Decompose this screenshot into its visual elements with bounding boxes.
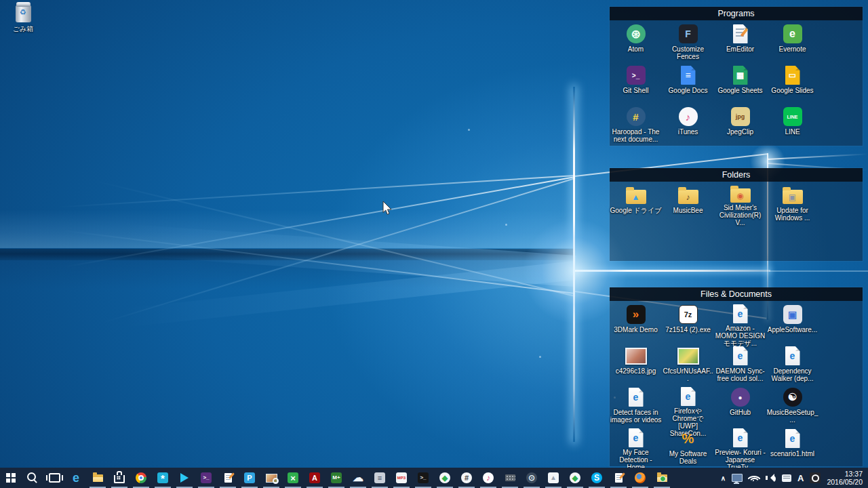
taskbar-button-photo-viewer[interactable]	[260, 468, 282, 488]
gray-text-tool-icon: ≡	[374, 472, 385, 483]
taskbar-button-mp3tag[interactable]: MP3	[391, 468, 412, 488]
taskbar-button-photos-app[interactable]: ▲	[542, 468, 564, 488]
arc	[768, 475, 776, 483]
fence-title-programs[interactable]: Programs	[610, 7, 863, 20]
fence-title-files-documents[interactable]: Files & Documents	[610, 287, 863, 301]
icon-label: 3DMark Demo	[610, 326, 662, 333]
taskbar-button-hash-app[interactable]: #	[456, 468, 477, 488]
my-face-detection-html-icon: e	[629, 428, 644, 447]
ime-mode-indicator[interactable]: A	[797, 473, 804, 483]
taskbar-button-pocket-app[interactable]: P	[239, 468, 260, 488]
taskbar-button-green-x-app[interactable]: ×	[282, 468, 304, 488]
taskbar-button-itunes[interactable]: ♪	[477, 468, 499, 488]
taskbar-button-emeditor[interactable]	[217, 468, 239, 488]
taskbar-button-chrome[interactable]	[130, 468, 152, 488]
taskbar-button-firefox[interactable]	[629, 468, 651, 488]
taskbar-button-m-plus-app[interactable]: M+	[326, 468, 347, 488]
desktop-icon-customize-fences[interactable]: FCustomize Fences	[662, 20, 714, 62]
desktop-icon-civilization-v-folder[interactable]: ◉Sid Meier's Civilization(R) V...	[714, 182, 766, 223]
desktop-icon-emeditor[interactable]: EmEditor	[714, 20, 766, 62]
taskbar-button-command-prompt[interactable]: >_	[412, 468, 434, 488]
dependency-walker-html-icon: e	[785, 346, 800, 366]
taskbar-button-photoscape[interactable]: *	[152, 468, 174, 488]
desktop-icon-atom[interactable]: ⊛Atom	[610, 20, 662, 62]
taskbar-button-start-button[interactable]	[0, 468, 22, 488]
sparkle	[505, 224, 507, 226]
taskbar-button-green-gem-app[interactable]: ◆	[434, 468, 456, 488]
k-sq: >_	[627, 66, 646, 85]
desktop-icon-google-drive-folder[interactable]: ▲Google ドライブ	[610, 182, 662, 223]
taskbar-button-adobe-reader[interactable]: A	[304, 468, 326, 488]
volume-icon[interactable]	[766, 474, 776, 482]
desktop-icon-c4296c18-jpg[interactable]: c4296c18.jpg	[610, 342, 662, 384]
desktop-icon-cfcsurnusaaf-image[interactable]: CfcsUrNUsAAF...	[662, 342, 714, 384]
eg: e	[790, 350, 795, 361]
desktop-icon-3dmark-demo[interactable]: »3DMark Demo	[610, 301, 662, 342]
desktop-icon-update-for-windows-folder[interactable]: ▣Update for Windows ...	[766, 182, 818, 223]
musicbee-setup-icon: ☯	[783, 387, 802, 407]
ime-icon[interactable]	[810, 472, 821, 483]
desktop-icon-scenario1-html[interactable]: escenario1.html	[766, 425, 818, 466]
desktop-icon-git-shell[interactable]: >_Git Shell	[610, 62, 662, 103]
desktop-icon-google-docs[interactable]: ≡Google Docs	[662, 62, 714, 103]
k-page	[733, 24, 748, 43]
taskbar-button-green-gem-app-2[interactable]: ◆	[564, 468, 586, 488]
desktop-icon-jpegclip[interactable]: jpgJpegClip	[714, 103, 766, 144]
clock-time: 13:37	[827, 470, 863, 478]
desktop-icon-daemon-sync-html[interactable]: eDAEMON Sync- free cloud sol...	[714, 342, 766, 384]
desktop-icon-google-sheets[interactable]: ▦Google Sheets	[714, 62, 766, 103]
desktop-icon-github[interactable]: ●GitHub	[714, 384, 766, 425]
taskbar-clock[interactable]: 13:37 2016/05/20	[827, 470, 863, 486]
taskbar-button-onedrive[interactable]: ☁	[347, 468, 369, 488]
hash-app-icon: #	[461, 472, 472, 483]
em: ◉	[736, 192, 743, 200]
desktop-icon-itunes[interactable]: ♪iTunes	[662, 103, 714, 144]
icon-label: Customize Fences	[663, 45, 714, 60]
git-shell-icon: >_	[627, 65, 646, 85]
network-monitor-icon[interactable]	[732, 474, 743, 482]
k-sq: ♪	[679, 107, 698, 126]
desktop-icon-dependency-walker-html[interactable]: eDependency Walker (dep...	[766, 342, 818, 384]
desktop-icon-apple-software-update[interactable]: ▣AppleSoftware...	[766, 301, 818, 342]
haroopad-icon: #	[627, 106, 646, 127]
taskbar-button-google-play[interactable]	[174, 468, 195, 488]
desktop-icon-7z-installer[interactable]: 7z7z1514 (2).exe	[662, 301, 714, 342]
fence-title-folders[interactable]: Folders	[610, 168, 863, 182]
desktop-icon-preview-koruri-html[interactable]: ePreview- Koruri - Japanese TrueTy...	[714, 425, 766, 466]
icon-label: Evernote	[767, 45, 818, 53]
icon-label: Update for Windows ...	[767, 207, 818, 222]
taskbar-button-search-button[interactable]	[22, 468, 43, 488]
desktop-icon-google-slides[interactable]: ▭Google Slides	[766, 62, 818, 103]
desktop-icon-my-software-deals[interactable]: %My Software Deals	[662, 425, 714, 466]
taskbar-button-git-shell[interactable]: >_	[195, 468, 217, 488]
sparkle	[539, 356, 541, 358]
taskbar-button-app-folder[interactable]	[651, 468, 673, 488]
tray-overflow-chevron-icon[interactable]: ∧	[721, 474, 726, 482]
recycle-bin[interactable]: ♻ ごみ箱	[4, 5, 42, 33]
taskbar-button-notepad-app[interactable]	[608, 468, 629, 488]
desktop-icon-my-face-detection-html[interactable]: eMy Face Detection - Home	[610, 425, 662, 466]
desktop-icon-haroopad[interactable]: #Haroopad - The next docume...	[610, 103, 662, 144]
desktop-icon-detect-faces-html[interactable]: eDetect faces in images or videos	[610, 384, 662, 425]
taskbar-button-file-explorer[interactable]	[87, 468, 108, 488]
desktop-icon-evernote[interactable]: eEvernote	[766, 20, 818, 62]
k-sq: ▣	[783, 305, 802, 324]
tb-icons: e*>_P×AM+☁≡MP3>_◆#♪⊙▲◆S	[0, 468, 673, 488]
ime-pad-icon[interactable]	[782, 474, 791, 482]
desktop-icon-line[interactable]: LINELINE	[766, 103, 818, 144]
taskbar-button-windows-store[interactable]	[108, 468, 130, 488]
desktop-icon-firefox-chrome-sharecon-html[interactable]: eFirefoxやChromeで [UWP] ShareCon...	[662, 384, 714, 425]
green-gem-app-2-icon: ◆	[570, 472, 580, 483]
k-folder: ▲	[626, 190, 646, 204]
wifi-icon[interactable]	[749, 474, 760, 483]
mag	[273, 478, 279, 484]
taskbar-button-skype[interactable]: S	[586, 468, 608, 488]
taskbar-button-edge[interactable]: e	[65, 468, 87, 488]
desktop-icon-amazon-momo-html[interactable]: eAmazon - MOMO DESIGN モモデザ...	[714, 301, 766, 342]
desktop-icon-musicbee-folder[interactable]: ♪MusicBee	[662, 182, 714, 223]
taskbar-button-steam[interactable]: ⊙	[521, 468, 542, 488]
taskbar-button-keyboard-app[interactable]	[499, 468, 521, 488]
taskbar-button-task-view-button[interactable]	[43, 468, 65, 488]
taskbar-button-gray-text-tool[interactable]: ≡	[369, 468, 391, 488]
desktop-icon-musicbee-setup[interactable]: ☯MusicBeeSetup_...	[766, 384, 818, 425]
